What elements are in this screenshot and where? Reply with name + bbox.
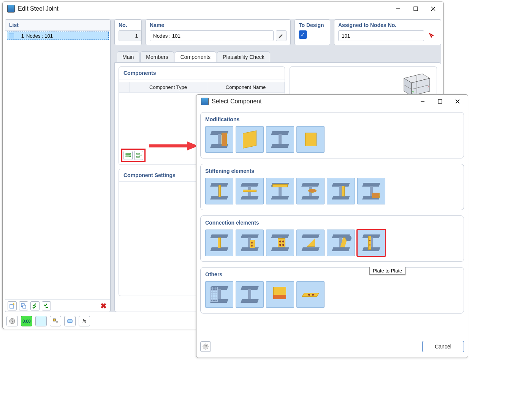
annotations-button[interactable]: A [50, 316, 61, 326]
dialog-minimize-button[interactable] [414, 95, 431, 108]
tab-members[interactable]: Members [140, 51, 174, 62]
dialog-help-button[interactable]: ? [200, 341, 211, 352]
check-all-button[interactable] [30, 301, 40, 310]
component-thumb[interactable] [266, 230, 294, 256]
svg-rect-23 [53, 319, 55, 321]
component-thumb[interactable] [236, 281, 264, 308]
minimize-button[interactable] [390, 3, 407, 15]
assigned-label: Assigned to Nodes No. [338, 22, 437, 28]
svg-text:?: ? [11, 319, 13, 323]
no-input[interactable] [119, 30, 141, 41]
tab-main[interactable]: Main [117, 51, 139, 62]
category-modifications: Modifications [200, 112, 464, 158]
tab-components[interactable]: Components [175, 51, 216, 62]
orientation-cube-icon[interactable]: y x [396, 71, 433, 97]
units-button[interactable]: 0.00 [21, 316, 32, 326]
category-title: Others [205, 271, 459, 277]
list-item[interactable]: 1 Nodes : 101 [7, 32, 109, 40]
component-thumb[interactable] [296, 281, 325, 308]
svg-rect-25 [68, 320, 72, 323]
component-thumb[interactable] [266, 178, 294, 204]
main-title: Edit Steel Joint [18, 5, 59, 12]
no-field-box: No. [114, 19, 142, 45]
category-title: Connection elements [205, 220, 459, 226]
help-button[interactable]: ? [6, 316, 18, 326]
delete-item-button[interactable]: ✖ [99, 301, 108, 310]
component-thumb[interactable] [236, 230, 264, 256]
component-thumb[interactable] [205, 281, 233, 308]
col-component-type: Component Type [130, 82, 207, 92]
main-bottom-toolbar: ? 0.00 A fx [6, 316, 90, 326]
pick-nodes-button[interactable] [426, 30, 437, 41]
svg-rect-7 [23, 305, 26, 308]
component-thumb[interactable] [205, 230, 233, 256]
dialog-footer: ? Cancel [200, 339, 464, 354]
main-titlebar[interactable]: Edit Steel Joint [3, 2, 443, 16]
list-item-color-icon [9, 33, 14, 38]
cancel-button[interactable]: Cancel [422, 341, 464, 352]
svg-rect-9 [126, 154, 130, 155]
list-toolbar: ✖ [5, 299, 110, 312]
components-table-head: Component Type Component Name [119, 82, 285, 93]
dialog-close-button[interactable] [449, 95, 466, 108]
add-component-button[interactable] [124, 151, 133, 160]
dialog-client: Modifications Stiffening elements Conn [200, 112, 464, 337]
dialog-title: Select Component [212, 98, 262, 105]
svg-rect-12 [136, 156, 139, 157]
component-thumb[interactable] [205, 126, 233, 153]
components-title: Components [119, 67, 285, 79]
dialog-titlebar[interactable]: Select Component [196, 95, 468, 108]
insert-component-button[interactable] [134, 151, 143, 160]
col-component-name: Component Name [207, 82, 285, 92]
component-thumb[interactable] [266, 281, 294, 308]
svg-text:?: ? [204, 344, 207, 349]
component-thumb[interactable] [327, 230, 355, 256]
copy-item-button[interactable] [19, 301, 28, 310]
maximize-button[interactable] [407, 3, 424, 15]
list-body[interactable]: 1 Nodes : 101 [5, 31, 110, 299]
svg-point-5 [13, 303, 14, 305]
to-design-box: To Design ✓ [294, 19, 330, 45]
name-input[interactable] [150, 30, 274, 41]
fx-button[interactable]: fx [79, 316, 90, 326]
svg-rect-29 [438, 100, 442, 103]
component-thumb[interactable] [296, 126, 325, 153]
select-component-dialog: Select Component Modifications Stiffenin… [196, 94, 468, 358]
component-thumb[interactable] [327, 178, 355, 204]
assigned-box: Assigned to Nodes No. [334, 19, 441, 45]
color-button[interactable] [35, 316, 47, 326]
component-thumb[interactable] [236, 178, 264, 204]
dialog-maximize-button[interactable] [431, 95, 449, 108]
svg-rect-4 [10, 304, 14, 308]
svg-rect-11 [136, 153, 139, 154]
check-transfer-button[interactable] [42, 301, 51, 310]
new-item-button[interactable] [8, 301, 17, 310]
component-thumb[interactable] [296, 230, 325, 256]
list-panel: List 1 Nodes : 101 ✖ [5, 19, 111, 312]
edit-name-button[interactable] [276, 30, 287, 41]
display-button[interactable] [64, 316, 76, 326]
svg-rect-1 [414, 7, 418, 11]
component-thumb-plate-to-plate[interactable] [357, 230, 385, 256]
svg-text:x: x [428, 85, 429, 88]
name-label: Name [150, 22, 287, 28]
category-others: Others [200, 267, 464, 314]
close-button[interactable] [424, 3, 442, 15]
component-thumb[interactable] [236, 126, 264, 153]
svg-text:y: y [412, 90, 414, 93]
component-thumb[interactable] [266, 126, 294, 153]
name-field-box: Name [146, 19, 291, 45]
tab-plausibility[interactable]: Plausibility Check [217, 51, 270, 62]
to-design-checkbox[interactable]: ✓ [299, 30, 307, 39]
category-title: Stiffening elements [205, 168, 459, 174]
tooltip-plate-to-plate: Plate to Plate [369, 267, 405, 275]
no-label: No. [119, 22, 138, 28]
assigned-input[interactable] [338, 30, 424, 41]
list-heading: List [5, 20, 110, 31]
component-thumb[interactable] [357, 178, 385, 204]
app-icon [7, 5, 15, 13]
list-item-index: 1 [16, 33, 24, 39]
list-item-label: Nodes : 101 [26, 33, 53, 39]
component-thumb[interactable] [205, 178, 233, 204]
component-thumb[interactable] [296, 178, 325, 204]
